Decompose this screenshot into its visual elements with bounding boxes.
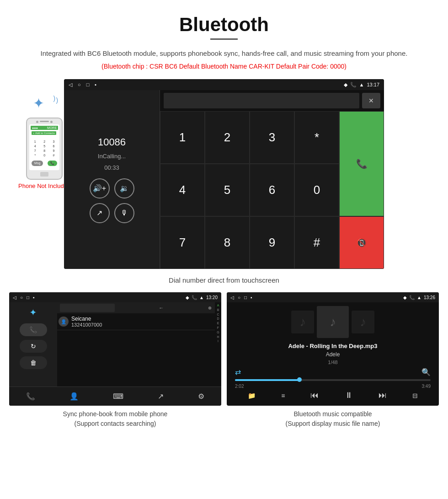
phonebook-screen-wrap: ◁ ○ □ ▪ ◆ 📞 ▲ 13:20 ✦ 📞 ↻ <box>9 292 221 429</box>
dialpad-number-field[interactable] <box>164 93 359 108</box>
end-call-icon: 📵 <box>357 238 367 248</box>
pb-sidebar: ✦ 📞 ↻ 🗑 <box>9 302 57 386</box>
music-caption: Bluetooth music compatible (Support disp… <box>227 409 439 429</box>
pb-main-content: ✦ 📞 ↻ 🗑 ← ● 👤 <box>9 302 221 386</box>
music-location-icon: ◆ <box>403 295 407 300</box>
pb-call-icon: 📞 <box>192 295 197 300</box>
pb-delete-btn[interactable]: 🗑 <box>20 356 47 369</box>
call-icon-status: 📞 <box>350 82 357 88</box>
pb-contacts-nav[interactable]: 👤 <box>69 392 79 401</box>
bottom-screenshots-row: ◁ ○ □ ▪ ◆ 📞 ▲ 13:20 ✦ 📞 ↻ <box>0 292 448 429</box>
dial-key-1[interactable]: 1 <box>160 111 205 164</box>
dial-key-4[interactable]: 4 <box>160 164 205 216</box>
pb-status-bar: ◁ ○ □ ▪ ◆ 📞 ▲ 13:20 <box>9 292 221 302</box>
dial-key-8[interactable]: 8 <box>205 216 250 269</box>
pb-wifi-icon: ▲ <box>199 295 204 300</box>
prev-button[interactable]: ⏮ <box>310 391 319 400</box>
pb-location-icon: ◆ <box>186 295 189 300</box>
album-art-current: ♪ <box>317 306 349 338</box>
pb-top-row: ← ● <box>57 302 215 313</box>
dialer-content: 10086 InCalling... 00:33 🔊+ 🔉 ↗ <box>64 90 384 269</box>
dial-key-9[interactable]: 9 <box>250 216 294 269</box>
phonebook-caption-line1: Sync phone-book from mobile phone <box>63 410 168 418</box>
equalizer-icon[interactable]: ⊟ <box>412 392 418 399</box>
dialpad-input-row: ✕ <box>160 90 384 111</box>
pb-alpha-A[interactable]: A <box>217 303 219 308</box>
album-art-prev: ♪ <box>291 311 314 333</box>
back-icon: ◁ <box>69 82 72 88</box>
call-timer: 00:33 <box>104 164 119 171</box>
pb-alpha-F[interactable]: F <box>217 326 219 330</box>
phonebook-screen: ◁ ○ □ ▪ ◆ 📞 ▲ 13:20 ✦ 📞 ↻ <box>9 292 221 406</box>
music-caption-line2: (Support display music file name) <box>286 420 380 427</box>
phonebook-caption-line2: (Support contacts searching) <box>75 420 156 427</box>
volume-down-icon: 🔉 <box>120 184 129 193</box>
next-button[interactable]: ⏭ <box>379 391 387 400</box>
time-current: 2:02 <box>235 384 244 389</box>
pb-calls-nav[interactable]: 📞 <box>26 392 35 401</box>
nav-icons: ◁ ○ □ ▪ <box>69 82 96 88</box>
pb-dialpad-nav[interactable]: ⌨ <box>113 392 123 401</box>
pb-arrow-icon: ← <box>159 305 164 311</box>
pb-alpha-I[interactable]: I <box>218 339 219 343</box>
folder-icon[interactable]: 📁 <box>248 392 256 399</box>
album-art-row: ♪ ♪ ♪ <box>291 306 374 338</box>
dialpad-panel: ✕ 1 2 3 * 📞 4 5 <box>160 90 384 269</box>
status-icons: ◆ 📞 ▲ 13:17 <box>344 82 379 88</box>
dial-key-star[interactable]: * <box>294 111 339 164</box>
music-search-icon[interactable]: 🔍 <box>421 368 431 376</box>
dial-key-6[interactable]: 6 <box>250 164 294 216</box>
call-button[interactable]: 📞 <box>339 111 384 216</box>
pb-bottom-nav: 📞 👤 ⌨ ↗ ⚙ <box>9 386 221 406</box>
bluetooth-icon-large: ✦ ) ) <box>31 93 58 116</box>
music-main-content: ♪ ♪ ♪ Adele - Rolling In the Deep.mp3 Ad… <box>227 302 439 406</box>
progress-bar[interactable] <box>235 379 431 381</box>
dial-key-hash[interactable]: # <box>294 216 339 269</box>
end-call-button[interactable]: 📵 <box>339 216 384 269</box>
backspace-icon: ✕ <box>368 97 374 104</box>
call-status: InCalling... <box>98 153 126 160</box>
pb-call-btn[interactable]: 📞 <box>20 323 47 336</box>
pb-contact-avatar: 👤 <box>59 317 69 327</box>
pb-alpha-E[interactable]: E <box>217 321 219 326</box>
music-progress-container <box>230 378 435 382</box>
pb-alpha-H[interactable]: H <box>217 335 219 339</box>
music-back-icon: ◁ <box>230 295 234 300</box>
music-extra-controls: ⇄ 🔍 <box>230 368 435 376</box>
album-art-next: ♪ <box>352 311 374 333</box>
dial-key-5[interactable]: 5 <box>205 164 250 216</box>
pb-settings-nav[interactable]: ⚙ <box>198 392 204 401</box>
pb-contact-item[interactable]: 👤 Seicane 13241007000 <box>57 313 215 330</box>
volume-up-button[interactable]: 🔊+ <box>90 178 110 199</box>
transfer-button[interactable]: ↗ <box>90 203 110 223</box>
pb-sync-btn[interactable]: ↻ <box>20 340 47 353</box>
home-icon: ○ <box>78 82 81 87</box>
pb-alpha-D[interactable]: D <box>217 317 219 321</box>
pb-transfer-nav[interactable]: ↗ <box>158 392 164 401</box>
phonebook-caption: Sync phone-book from mobile phone (Suppo… <box>9 409 221 429</box>
delete-button[interactable]: ✕ <box>362 93 380 108</box>
pb-alpha-C[interactable]: C <box>217 312 219 317</box>
transfer-icon: ↗ <box>96 209 102 217</box>
dial-key-3[interactable]: 3 <box>250 111 294 164</box>
play-pause-button[interactable]: ⏸ <box>345 391 353 400</box>
dial-key-7[interactable]: 7 <box>160 216 205 269</box>
dialpad-grid: 1 2 3 * 📞 4 5 6 0 7 8 <box>160 111 384 269</box>
pb-alpha-B[interactable]: B <box>217 308 219 312</box>
location-icon: ◆ <box>344 82 347 88</box>
call-control-buttons: 🔊+ 🔉 <box>90 178 134 199</box>
pb-contact-details: Seicane 13241007000 <box>71 316 102 327</box>
mic-button[interactable]: 🎙 <box>114 203 134 223</box>
shuffle-icon[interactable]: ⇄ <box>235 368 241 376</box>
dial-key-zero[interactable]: 0 <box>294 164 339 216</box>
pb-search-field[interactable] <box>60 304 115 312</box>
title-divider <box>210 38 238 40</box>
music-menu-icon: ▪ <box>251 295 252 300</box>
pb-alpha-G[interactable]: G <box>217 330 219 335</box>
playback-controls: 📁 ≡ ⏮ ⏸ ⏭ ⊟ <box>230 391 435 400</box>
caller-number: 10086 <box>98 136 126 148</box>
dialer-status-bar: ◁ ○ □ ▪ ◆ 📞 ▲ 13:17 <box>64 79 384 90</box>
list-icon[interactable]: ≡ <box>281 392 285 399</box>
volume-down-button[interactable]: 🔉 <box>114 178 134 199</box>
dial-key-2[interactable]: 2 <box>205 111 250 164</box>
